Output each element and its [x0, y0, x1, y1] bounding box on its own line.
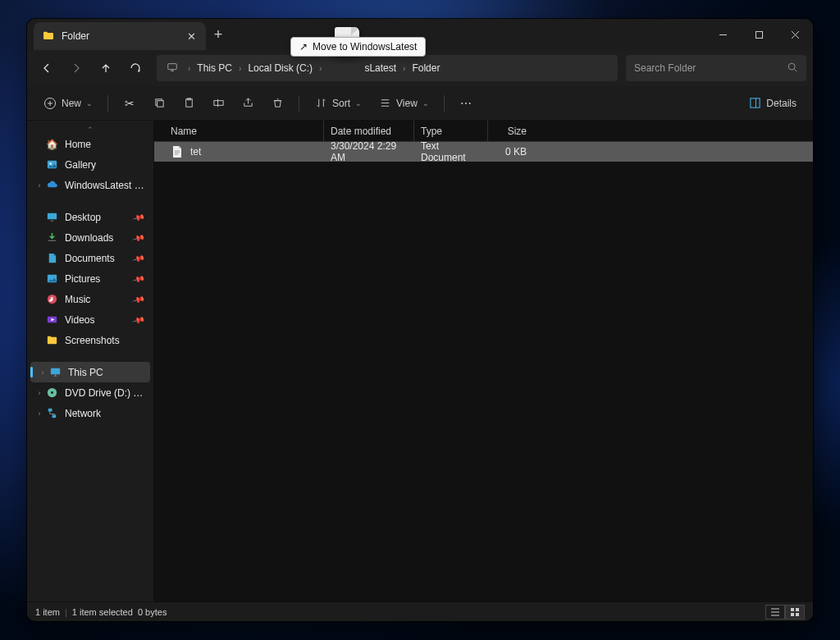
sidebar-item-documents[interactable]: Documents📌: [27, 248, 153, 268]
folder-icon: [45, 334, 58, 347]
chevron-right-icon[interactable]: ›: [34, 181, 45, 190]
svg-rect-8: [213, 101, 222, 106]
add-tab-button[interactable]: +: [206, 19, 231, 50]
svg-rect-9: [751, 98, 760, 107]
svg-rect-12: [47, 213, 56, 220]
share-button[interactable]: [235, 91, 261, 116]
file-row[interactable]: tet 3/30/2024 2:29 AM Text Document 0 KB: [154, 142, 813, 162]
chevron-right-icon[interactable]: ›: [34, 389, 45, 397]
folder-icon: [42, 30, 55, 43]
sidebar-item-dvd[interactable]: ›DVD Drive (D:) CCC: [27, 382, 153, 403]
sidebar-item-onedrive[interactable]: ›WindowsLatest - Pe: [27, 175, 153, 195]
sidebar-item-gallery[interactable]: Gallery: [27, 154, 153, 175]
svg-point-18: [51, 391, 53, 394]
home-icon: 🏠: [45, 138, 58, 151]
svg-point-2: [788, 63, 795, 70]
paste-button[interactable]: [176, 91, 202, 116]
bc-this-pc[interactable]: This PC: [197, 62, 232, 74]
column-header-name[interactable]: Name: [164, 121, 324, 141]
view-icon: [378, 97, 391, 110]
svg-rect-16: [50, 368, 59, 375]
view-button[interactable]: View ⌄: [372, 91, 436, 116]
chevron-down-icon: ⌄: [355, 99, 362, 107]
chevron-right-icon[interactable]: ›: [34, 409, 45, 418]
svg-rect-23: [791, 613, 794, 616]
sidebar-item-desktop[interactable]: Desktop📌: [27, 207, 153, 227]
sidebar: ⌃ 🏠Home Gallery ›WindowsLatest - Pe Desk…: [27, 121, 154, 601]
forward-button[interactable]: [63, 55, 89, 81]
chevron-up-icon[interactable]: ⌃: [27, 126, 153, 134]
file-type: Text Document: [414, 140, 488, 163]
tab-folder[interactable]: Folder ✕: [34, 22, 206, 50]
copy-icon: [153, 97, 166, 110]
separator: [444, 95, 445, 112]
search-input[interactable]: [634, 62, 787, 74]
sidebar-item-network[interactable]: ›Network: [27, 403, 153, 423]
chevron-right-icon[interactable]: ›: [235, 64, 244, 73]
file-size: 0 KB: [488, 146, 533, 158]
pictures-icon: [45, 272, 58, 286]
new-icon: [43, 97, 57, 110]
svg-rect-24: [796, 613, 799, 616]
delete-button[interactable]: [264, 91, 290, 116]
chevron-right-icon[interactable]: ›: [399, 64, 409, 73]
sidebar-item-downloads[interactable]: Downloads📌: [27, 227, 153, 248]
sidebar-item-this-pc[interactable]: ›This PC: [30, 362, 150, 382]
chevron-right-icon[interactable]: ›: [185, 64, 194, 73]
close-button[interactable]: [777, 19, 813, 50]
maximize-button[interactable]: [741, 19, 777, 50]
cut-button[interactable]: ✂: [116, 91, 143, 116]
sort-label: Sort: [332, 98, 350, 109]
svg-point-11: [49, 162, 51, 164]
refresh-button[interactable]: [122, 55, 148, 81]
new-button[interactable]: New ⌄: [37, 91, 99, 116]
pc-icon: [48, 366, 62, 379]
share-icon: [241, 97, 254, 110]
file-date: 3/30/2024 2:29 AM: [324, 140, 414, 163]
text-file-icon: [171, 145, 184, 158]
sort-button[interactable]: Sort ⌄: [308, 91, 368, 116]
sidebar-item-videos[interactable]: Videos📌: [27, 309, 153, 330]
search-icon[interactable]: [787, 62, 798, 75]
file-name: tet: [190, 146, 201, 158]
sidebar-item-home[interactable]: 🏠Home: [27, 134, 153, 154]
search-box[interactable]: [626, 55, 806, 81]
back-button[interactable]: [34, 55, 60, 81]
column-header-date[interactable]: Date modified: [324, 121, 414, 141]
breadcrumb[interactable]: › This PC › Local Disk (C:) › sLatest › …: [157, 55, 618, 81]
view-details-button[interactable]: [765, 605, 785, 619]
status-count: 1 item: [35, 607, 60, 617]
minimize-button[interactable]: [705, 19, 741, 50]
file-explorer-window: Folder ✕ + › This PC › Local Disk (C:) ›…: [27, 19, 813, 621]
chevron-right-icon[interactable]: ›: [316, 64, 325, 73]
sidebar-item-screenshots[interactable]: Screenshots: [27, 330, 153, 350]
status-selected: 1 item selected: [72, 607, 133, 617]
paste-icon: [182, 97, 195, 110]
sidebar-item-music[interactable]: Music📌: [27, 289, 153, 309]
status-bytes: 0 bytes: [138, 607, 167, 617]
copy-button[interactable]: [146, 91, 172, 116]
view-large-icons-button[interactable]: [785, 605, 805, 619]
more-button[interactable]: ⋯: [453, 91, 479, 116]
tab-close-icon[interactable]: ✕: [185, 30, 198, 43]
rename-button[interactable]: [205, 91, 231, 116]
bc-folder[interactable]: Folder: [412, 62, 440, 74]
svg-rect-1: [168, 63, 177, 69]
column-header-type[interactable]: Type: [414, 121, 488, 141]
sidebar-item-pictures[interactable]: Pictures📌: [27, 268, 153, 289]
svg-rect-20: [52, 414, 56, 418]
delete-icon: [271, 97, 284, 110]
up-button[interactable]: [93, 55, 119, 81]
column-header-size[interactable]: Size: [488, 121, 533, 141]
drag-tooltip-text: Move to WindowsLatest: [313, 41, 417, 53]
cut-icon: ✂: [123, 97, 136, 110]
svg-rect-19: [48, 409, 52, 412]
pin-icon: 📌: [132, 252, 145, 265]
bc-windowslatest[interactable]: sLatest: [364, 62, 396, 74]
more-icon: ⋯: [459, 97, 472, 110]
documents-icon: [45, 252, 58, 265]
bc-local-disk[interactable]: Local Disk (C:): [248, 62, 313, 74]
chevron-right-icon[interactable]: ›: [37, 368, 48, 377]
file-list[interactable]: tet 3/30/2024 2:29 AM Text Document 0 KB: [154, 142, 813, 601]
details-button[interactable]: Details: [742, 91, 803, 116]
